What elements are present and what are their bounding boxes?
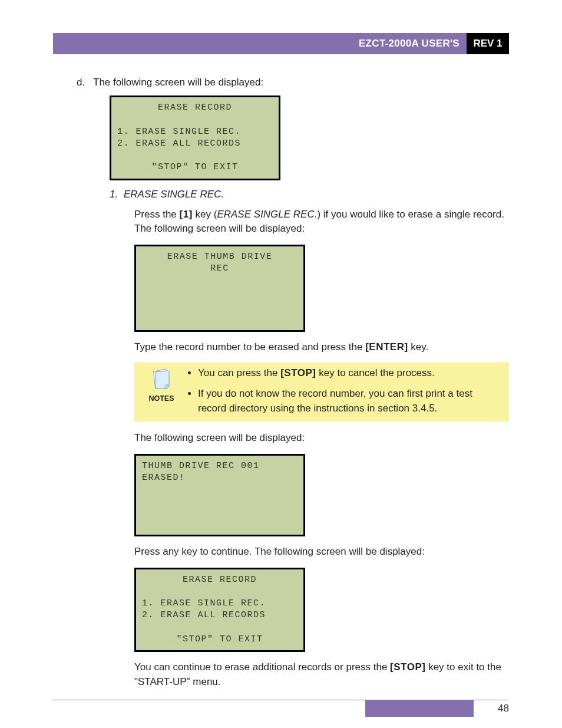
lcd-line: ERASE THUMB DRIVE	[142, 251, 297, 263]
lcd-line: ERASE RECORD	[117, 102, 273, 114]
lcd-line: "STOP" TO EXIT	[142, 634, 297, 645]
lcd-line: ERASE RECORD	[142, 574, 297, 586]
lcd-line: 1. ERASE SINGLE REC.	[117, 126, 273, 138]
text: You can continue to erase additional rec…	[134, 661, 390, 673]
notes-icon	[150, 367, 173, 391]
lcd-line: 2. ERASE ALL RECORDS	[142, 610, 297, 621]
substep-number: 1.	[110, 189, 124, 200]
lcd-screen-erased: THUMB DRIVE REC 001 ERASED!	[134, 454, 305, 536]
text: You can press the	[198, 367, 280, 378]
paragraph: Press the [1] key (ERASE SINGLE REC.) if…	[134, 207, 509, 236]
substep-1-heading: 1.ERASE SINGLE REC.	[110, 189, 509, 200]
notes-left: NOTES	[138, 366, 185, 416]
lcd-line: REC	[142, 263, 297, 275]
lcd-screen-erase-thumb: ERASE THUMB DRIVE REC	[134, 245, 305, 332]
key-stop: [STOP]	[390, 661, 425, 673]
manual-page: EZCT-2000A USER'S MANUAL REV 1 d.The fol…	[0, 0, 562, 728]
substep-title: ERASE SINGLE REC.	[124, 189, 224, 200]
text: key.	[408, 341, 429, 353]
text: Press the	[134, 209, 180, 220]
lcd-screen-erase-record: ERASE RECORD 1. ERASE SINGLE REC. 2. ERA…	[110, 95, 280, 180]
key-enter: [ENTER]	[365, 341, 408, 353]
paragraph: Press any key to continue. The following…	[134, 545, 509, 559]
lcd-blank	[142, 622, 297, 634]
lcd-screen-erase-record-2: ERASE RECORD 1. ERASE SINGLE REC. 2. ERA…	[134, 568, 305, 653]
lcd-line: "STOP" TO EXIT	[117, 162, 273, 173]
paragraph: The following screen will be displayed:	[134, 431, 509, 446]
notes-label: NOTES	[138, 394, 185, 403]
note-bullet: If you do not know the record number, yo…	[198, 387, 503, 416]
header-spacer	[53, 33, 312, 54]
page-number: 48	[474, 700, 509, 717]
text: Type the record number to be erased and …	[134, 341, 365, 353]
manual-title: EZCT-2000A USER'S MANUAL	[312, 33, 467, 54]
text: key (	[193, 209, 217, 220]
key-stop: [STOP]	[280, 367, 316, 378]
page-header: EZCT-2000A USER'S MANUAL REV 1	[53, 33, 509, 54]
footer-spacer	[53, 700, 365, 717]
paragraph: Type the record number to be erased and …	[134, 340, 509, 355]
key-1: [1]	[180, 209, 193, 220]
lcd-blank	[117, 114, 273, 126]
note-bullet: You can press the [STOP] key to cancel t…	[198, 366, 503, 381]
step-text: The following screen will be displayed:	[93, 77, 263, 88]
lcd-blank	[117, 150, 273, 162]
notes-content: You can press the [STOP] key to cancel t…	[185, 366, 503, 416]
text: key to cancel the process.	[316, 367, 435, 378]
lcd-line: ERASED!	[142, 472, 297, 484]
notes-box: NOTES You can press the [STOP] key to ca…	[134, 363, 509, 421]
paragraph: You can continue to erase additional rec…	[134, 660, 509, 689]
footer-accent	[365, 700, 474, 717]
page-footer: 48	[53, 700, 509, 717]
lcd-line: 2. ERASE ALL RECORDS	[117, 138, 273, 150]
step-d: d.The following screen will be displayed…	[77, 77, 509, 88]
step-letter: d.	[77, 77, 93, 88]
lcd-line: THUMB DRIVE REC 001	[142, 460, 297, 472]
text-italic: ERASE SINGLE REC.	[217, 209, 317, 220]
lcd-blank	[142, 586, 297, 598]
lcd-line: 1. ERASE SINGLE REC.	[142, 598, 297, 610]
revision-badge: REV 1	[467, 33, 509, 54]
